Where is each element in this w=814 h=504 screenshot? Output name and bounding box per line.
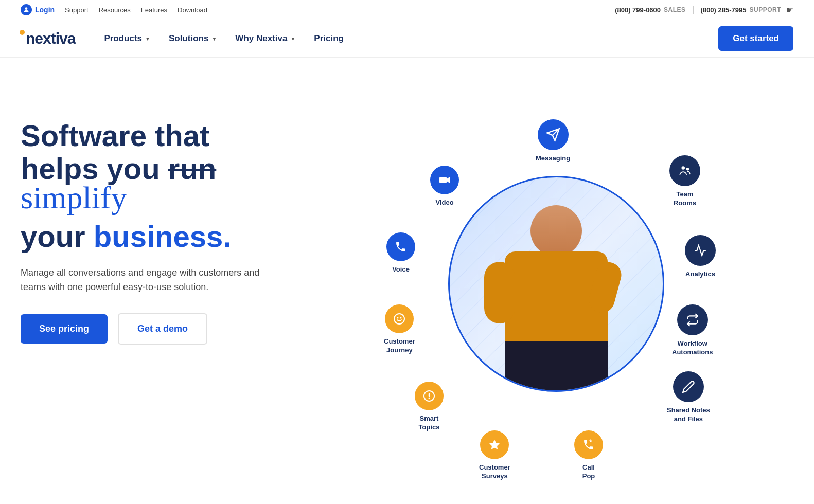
analytics-label: Analytics — [685, 270, 715, 279]
team-rooms-icon — [669, 155, 700, 186]
title-business: business. — [94, 220, 232, 253]
person-body — [505, 251, 608, 344]
shared-notes-icon — [673, 371, 704, 402]
diagram-wrapper: COMMUNICATE CONFIDENTLY WORK SMARTER DEL… — [376, 104, 736, 464]
person-pants — [505, 341, 608, 392]
solutions-label: Solutions — [169, 33, 208, 44]
call-pop-label: CallPop — [582, 463, 595, 481]
support-phone: (800) 285-7995 — [701, 6, 747, 14]
shared-notes-label: Shared Notesand Files — [667, 406, 710, 424]
circle-bg — [448, 176, 664, 392]
solutions-nav-item[interactable]: Solutions ▼ — [161, 28, 225, 49]
feature-analytics[interactable]: Analytics — [685, 235, 716, 279]
feature-customer-journey[interactable]: CustomerJourney — [384, 304, 415, 355]
customer-journey-label: CustomerJourney — [384, 337, 415, 355]
person-right-arm — [586, 259, 624, 316]
login-icon — [21, 4, 32, 15]
svg-rect-6 — [439, 177, 447, 183]
feature-voice[interactable]: Voice — [386, 232, 415, 274]
products-nav-item[interactable]: Products ▼ — [96, 28, 158, 49]
logo[interactable]: nextiva — [21, 30, 75, 47]
svg-point-7 — [394, 314, 404, 324]
call-pop-icon — [574, 430, 603, 459]
hero-content: Software that helps you run simplify you… — [21, 88, 319, 345]
sales-label: SALES — [664, 6, 686, 13]
customer-surveys-label: CustomerSurveys — [479, 463, 510, 481]
why-nextiva-label: Why Nextiva — [235, 33, 287, 44]
support-link[interactable]: Support — [65, 6, 89, 14]
hero-diagram: COMMUNICATE CONFIDENTLY WORK SMARTER DEL… — [319, 88, 793, 479]
center-circle: COMMUNICATE CONFIDENTLY WORK SMARTER DEL… — [448, 176, 664, 392]
feature-shared-notes[interactable]: Shared Notesand Files — [667, 371, 710, 424]
get-demo-button[interactable]: Get a demo — [118, 313, 207, 345]
hero-subtitle: Manage all conversations and engage with… — [21, 265, 268, 295]
person-area — [479, 195, 633, 390]
why-nextiva-nav-item[interactable]: Why Nextiva ▼ — [227, 28, 304, 49]
svg-marker-13 — [489, 440, 500, 449]
hero-title: Software that helps you run simplify you… — [21, 119, 319, 253]
features-link[interactable]: Features — [141, 6, 167, 14]
voice-label: Voice — [392, 265, 410, 274]
video-icon — [430, 166, 459, 194]
customer-journey-icon — [385, 304, 414, 333]
team-rooms-label: TeamRooms — [674, 190, 696, 208]
analytics-icon — [685, 235, 716, 266]
solutions-chevron: ▼ — [211, 36, 217, 42]
messaging-icon — [538, 119, 569, 150]
svg-point-9 — [400, 317, 402, 319]
voice-icon — [386, 232, 415, 261]
logo-text: nextiva — [26, 30, 75, 47]
products-chevron: ▼ — [145, 36, 150, 42]
title-simplify: simplify — [21, 180, 127, 215]
main-nav: nextiva Products ▼ Solutions ▼ Why Nexti… — [0, 20, 814, 58]
resources-link[interactable]: Resources — [99, 6, 131, 14]
top-bar: Login Support Resources Features Downloa… — [0, 0, 814, 20]
customer-surveys-icon — [480, 430, 509, 459]
messaging-label: Messaging — [536, 154, 570, 163]
svg-point-8 — [397, 317, 399, 319]
workflow-label: WorkflowAutomations — [672, 339, 713, 357]
title-run: run — [168, 152, 216, 185]
feature-video[interactable]: Video — [430, 166, 459, 207]
svg-point-12 — [429, 398, 430, 399]
svg-point-14 — [682, 166, 685, 170]
person-left-arm — [484, 262, 515, 323]
hero-buttons: See pricing Get a demo — [21, 313, 319, 345]
pricing-nav-item[interactable]: Pricing — [306, 28, 352, 49]
nav-items: Products ▼ Solutions ▼ Why Nextiva ▼ Pri… — [96, 28, 718, 49]
smart-topics-label: SmartTopics — [419, 415, 440, 432]
sales-phone: (800) 799-0600 — [615, 6, 661, 14]
title-your: your business. — [21, 220, 231, 253]
feature-call-pop[interactable]: CallPop — [574, 430, 603, 481]
login-button[interactable]: Login — [21, 4, 55, 15]
svg-point-15 — [686, 168, 689, 170]
phone-divider — [693, 6, 694, 14]
feature-workflow-automations[interactable]: WorkflowAutomations — [672, 304, 713, 357]
phone-info: (800) 799-0600 SALES (800) 285-7995 SUPP… — [615, 5, 793, 15]
hero-section: Software that helps you run simplify you… — [0, 58, 814, 500]
svg-point-0 — [25, 7, 28, 10]
workflow-icon — [677, 304, 708, 335]
feature-customer-surveys[interactable]: CustomerSurveys — [479, 430, 510, 481]
feature-messaging[interactable]: Messaging — [536, 119, 570, 163]
why-nextiva-chevron: ▼ — [290, 36, 295, 42]
feature-smart-topics[interactable]: SmartTopics — [415, 382, 444, 432]
title-line1: Software that — [21, 119, 209, 152]
feature-team-rooms[interactable]: TeamRooms — [669, 155, 700, 208]
smart-topics-icon — [415, 382, 444, 410]
get-started-button[interactable]: Get started — [718, 26, 793, 51]
pricing-label: Pricing — [314, 33, 344, 43]
support-label: SUPPORT — [749, 6, 781, 13]
video-label: Video — [435, 199, 453, 207]
products-label: Products — [104, 33, 142, 44]
logo-dot — [20, 30, 25, 35]
download-link[interactable]: Download — [178, 6, 207, 14]
cursor-indicator: ☛ — [786, 5, 793, 15]
see-pricing-button[interactable]: See pricing — [21, 314, 108, 344]
login-label: Login — [35, 6, 55, 14]
person-head — [530, 205, 582, 257]
